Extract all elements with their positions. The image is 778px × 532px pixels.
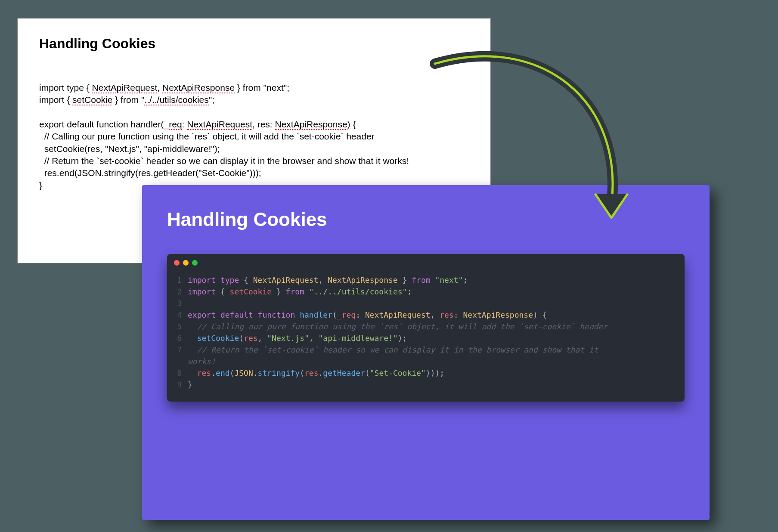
line-number: 4 bbox=[167, 309, 188, 321]
line-number: 9 bbox=[167, 379, 188, 390]
syntax-highlighted-code: 1 import type { NextApiRequest, NextApiR… bbox=[167, 272, 685, 402]
code-line: 3 bbox=[167, 297, 677, 309]
plain-document-code: import type { NextApiRequest, NextApiRes… bbox=[39, 82, 469, 192]
traffic-light-green-icon bbox=[192, 260, 198, 266]
traffic-light-red-icon bbox=[174, 260, 180, 266]
line-number: 3 bbox=[167, 297, 188, 309]
styled-slide: Handling Cookies 1 import type { NextApi… bbox=[142, 185, 710, 520]
code-line: 1 import type { NextApiRequest, NextApiR… bbox=[167, 274, 677, 286]
line-number: 6 bbox=[167, 332, 188, 344]
slide-title: Handling Cookies bbox=[167, 209, 685, 230]
code-line: 9 } bbox=[167, 379, 677, 390]
code-line: 2 import { setCookie } from "../../utils… bbox=[167, 286, 677, 297]
code-line: 5 // Calling our pure function using the… bbox=[167, 321, 677, 332]
line-number: 2 bbox=[167, 286, 188, 297]
line-number: 8 bbox=[167, 367, 188, 379]
code-line: 6 setCookie(res, "Next.js", "api-middlew… bbox=[167, 332, 677, 344]
line-number bbox=[167, 356, 188, 367]
code-terminal: 1 import type { NextApiRequest, NextApiR… bbox=[167, 254, 685, 402]
plain-document-title: Handling Cookies bbox=[39, 36, 469, 52]
code-line: 7 // Return the `set-cookie` header so w… bbox=[167, 344, 677, 356]
line-number: 1 bbox=[167, 274, 188, 286]
code-line-wrap: works! bbox=[167, 356, 677, 367]
terminal-titlebar bbox=[167, 254, 685, 272]
code-line: 8 res.end(JSON.stringify(res.getHeader("… bbox=[167, 367, 677, 379]
traffic-light-yellow-icon bbox=[183, 260, 189, 266]
line-number: 7 bbox=[167, 344, 188, 356]
code-line: 4 export default function handler(_req: … bbox=[167, 309, 677, 321]
line-number: 5 bbox=[167, 321, 188, 332]
